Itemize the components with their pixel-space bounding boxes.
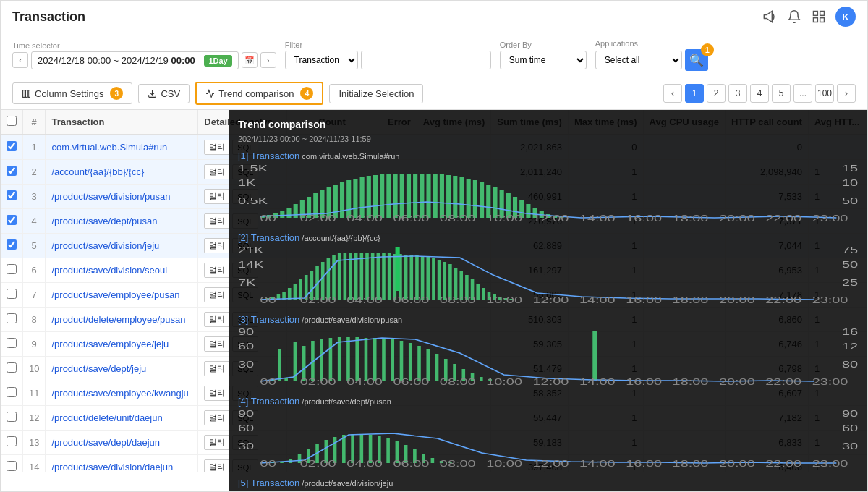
row-checkbox-cell[interactable] <box>1 430 23 455</box>
multi-tx-btn[interactable]: 멀티 <box>204 435 230 450</box>
page-4-btn[interactable]: 4 <box>750 84 769 103</box>
row-checkbox-11[interactable] <box>7 387 17 397</box>
row-checkbox-cell[interactable] <box>1 381 23 406</box>
svg-rect-28 <box>353 179 357 218</box>
svg-text:18:00: 18:00 <box>673 458 709 467</box>
transaction-name[interactable]: com.virtual.web.Simula#run <box>46 135 198 160</box>
th-transaction: Transaction <box>46 110 198 135</box>
row-checkbox-cell[interactable] <box>1 332 23 357</box>
multi-tx-btn[interactable]: 멀티 <box>204 361 230 376</box>
transaction-name[interactable]: /account/{aa}/{bb}/{cc} <box>46 160 198 184</box>
row-checkbox-1[interactable] <box>7 141 17 151</box>
transaction-name[interactable]: /product/save/division/seoul <box>46 258 198 283</box>
row-checkbox-cell[interactable] <box>1 184 23 209</box>
svg-rect-158 <box>373 338 377 381</box>
time-prev-btn[interactable]: ‹ <box>12 52 28 68</box>
multi-tx-btn[interactable]: 멀티 <box>204 140 230 155</box>
row-checkbox-2[interactable] <box>7 166 17 176</box>
row-checkbox-14[interactable] <box>7 461 17 471</box>
page-ellipsis-btn[interactable]: ... <box>793 84 812 103</box>
row-checkbox-5[interactable] <box>7 239 17 250</box>
svg-rect-154 <box>338 337 341 381</box>
csv-btn[interactable]: CSV <box>138 84 190 103</box>
row-checkbox-9[interactable] <box>7 338 17 348</box>
multi-tx-btn[interactable]: 멀티 <box>204 189 230 204</box>
transaction-name[interactable]: /product/save/division/jeju <box>46 234 198 258</box>
svg-text:30: 30 <box>238 359 254 370</box>
trend-overlay[interactable]: Trend comparison 2024/11/23 00:00 ~ 2024… <box>229 110 867 491</box>
transaction-name[interactable]: /product/save/dept/jeju <box>46 357 198 381</box>
page-next-btn[interactable]: › <box>837 84 856 103</box>
transaction-name[interactable]: /product/save/employee/kwangju <box>46 381 198 406</box>
multi-tx-btn[interactable]: 멀티 <box>204 410 230 425</box>
grid-icon[interactable] <box>811 9 827 25</box>
transaction-name[interactable]: /product/save/division/pusan <box>46 184 198 209</box>
chart-3-area: 90 60 30 160K 120K 80K <box>238 328 859 386</box>
filter-type-select[interactable]: Transaction <box>285 51 358 69</box>
page-prev-btn[interactable]: ‹ <box>663 84 682 103</box>
row-checkbox-cell[interactable] <box>1 135 23 160</box>
filter-input[interactable] <box>361 51 491 69</box>
svg-rect-111 <box>438 260 441 300</box>
transaction-name[interactable]: /product/save/dept/pusan <box>46 209 198 234</box>
row-checkbox-cell[interactable] <box>1 406 23 430</box>
svg-rect-102 <box>388 253 391 300</box>
transaction-name[interactable]: /product/save/employee/pusan <box>46 283 198 308</box>
multi-tx-btn[interactable]: 멀티 <box>204 386 230 401</box>
transaction-name[interactable]: /product/save/dept/daejun <box>46 430 198 455</box>
row-checkbox-8[interactable] <box>7 313 17 323</box>
multi-tx-btn[interactable]: 멀티 <box>204 287 230 302</box>
user-avatar[interactable]: K <box>835 7 856 27</box>
svg-text:14:00: 14:00 <box>579 213 616 222</box>
row-checkbox-cell[interactable] <box>1 258 23 283</box>
page-1-btn[interactable]: 1 <box>685 84 704 103</box>
row-checkbox-cell[interactable] <box>1 234 23 258</box>
row-checkbox-10[interactable] <box>7 362 17 373</box>
time-next-btn[interactable]: › <box>260 52 276 68</box>
multi-tx-btn[interactable]: 멀티 <box>204 164 230 179</box>
row-checkbox-cell[interactable] <box>1 357 23 381</box>
column-settings-btn[interactable]: Column Settings 3 <box>12 82 132 104</box>
multi-tx-btn[interactable]: 멀티 <box>204 336 230 352</box>
initialize-selection-btn[interactable]: Initialize Selection <box>329 84 423 103</box>
trend-comparison-btn[interactable]: Trend comparison 4 <box>195 82 323 105</box>
transaction-name[interactable]: /product/save/division/daejun <box>46 455 198 472</box>
svg-text:00: 00 <box>260 213 276 222</box>
calendar-btn[interactable]: 📅 <box>242 52 258 68</box>
page-100-btn[interactable]: 100 <box>815 84 834 103</box>
row-checkbox-4[interactable] <box>7 215 17 225</box>
svg-text:1.5K: 1.5K <box>238 164 268 174</box>
row-checkbox-cell[interactable] <box>1 308 23 332</box>
transaction-name[interactable]: /product/delete/unit/daejun <box>46 406 198 430</box>
row-checkbox-6[interactable] <box>7 264 17 274</box>
page-2-btn[interactable]: 2 <box>707 84 726 103</box>
search-btn[interactable]: 🔍 1 <box>685 49 708 71</box>
select-all-checkbox[interactable] <box>7 116 17 126</box>
transaction-name[interactable]: /product/save/employee/jeju <box>46 332 198 357</box>
row-checkbox-cell[interactable] <box>1 455 23 472</box>
multi-tx-btn[interactable]: 멀티 <box>204 238 230 253</box>
multi-tx-btn[interactable]: 멀티 <box>204 213 230 229</box>
row-checkbox-cell[interactable] <box>1 209 23 234</box>
row-checkbox-cell[interactable] <box>1 160 23 184</box>
page-5-btn[interactable]: 5 <box>772 84 791 103</box>
order-by-select[interactable]: Sum time <box>500 51 587 69</box>
applications-select[interactable]: Select all <box>595 51 682 69</box>
svg-text:90: 90 <box>238 410 254 419</box>
row-checkbox-12[interactable] <box>7 412 17 422</box>
svg-rect-159 <box>382 339 386 381</box>
megaphone-icon[interactable] <box>762 9 778 25</box>
multi-tx-btn[interactable]: 멀티 <box>204 459 230 472</box>
row-checkbox-3[interactable] <box>7 190 17 200</box>
row-checkbox-7[interactable] <box>7 289 17 299</box>
multi-tx-btn[interactable]: 멀티 <box>204 312 230 327</box>
chart-5-label: [5] Transaction /product/save/division/j… <box>238 478 859 488</box>
svg-rect-31 <box>373 175 378 218</box>
bell-icon[interactable] <box>786 9 802 25</box>
row-checkbox-cell[interactable] <box>1 283 23 308</box>
time-range-display: 2024/12/18 00:00 ~ 2024/12/19 00:00 1Day <box>31 51 239 69</box>
page-3-btn[interactable]: 3 <box>728 84 747 103</box>
transaction-name[interactable]: /product/delete/employee/pusan <box>46 308 198 332</box>
multi-tx-btn[interactable]: 멀티 <box>204 263 230 278</box>
row-checkbox-13[interactable] <box>7 436 17 446</box>
